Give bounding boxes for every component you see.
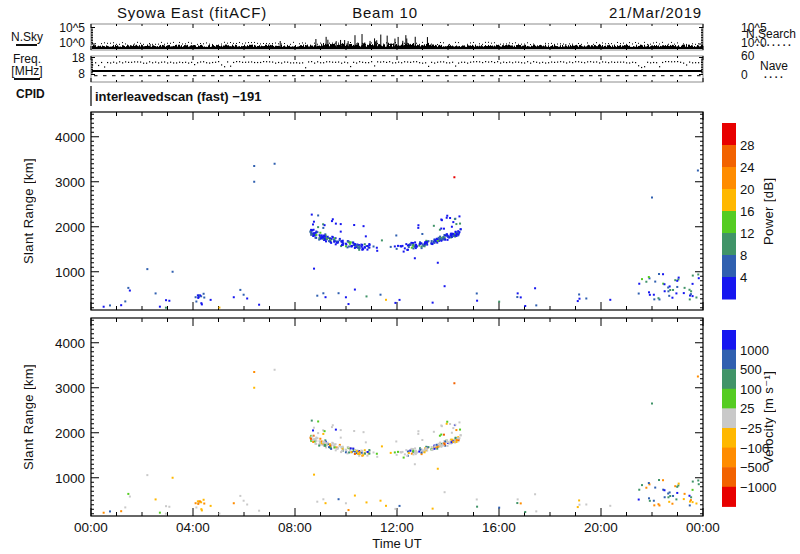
- x-axis-tick-label: 04:00: [163, 521, 223, 535]
- power-scatter: [103, 163, 700, 309]
- velocity-colorbar-tick-label: −500: [740, 461, 780, 474]
- velocity-colorbar-tick-label: 25: [740, 402, 780, 415]
- velocity-colorbar-tick-label: 500: [740, 363, 780, 376]
- x-axis-tick-label: 20:00: [571, 521, 631, 535]
- velocity-scatter: [103, 369, 700, 515]
- velocity-colorbar-tick-label: 1000: [740, 344, 780, 357]
- x-axis-tick-label: 00:00: [673, 521, 733, 535]
- velocity-colorbar-tick-label: −1000: [740, 481, 780, 494]
- power-y-tick-label: 1000: [38, 266, 85, 280]
- velocity-colorbar-tick-label: −25: [740, 422, 780, 435]
- x-axis-tick-label: 12:00: [367, 521, 427, 535]
- x-axis-tick-label: 08:00: [265, 521, 325, 535]
- nsky-trace: [92, 34, 703, 49]
- power-y-tick-label: 4000: [38, 131, 85, 145]
- power-y-tick-label: 2000: [38, 221, 85, 235]
- freq-trace: [92, 61, 702, 76]
- power-colorbar-tick-label: 16: [740, 205, 780, 218]
- plot-canvas: [0, 0, 800, 554]
- velocity-panel: [91, 318, 703, 516]
- power-colorbar-tick-label: 28: [740, 139, 780, 152]
- velocity-y-tick-label: 3000: [38, 382, 85, 396]
- x-axis-tick-label: 16:00: [469, 521, 529, 535]
- power-colorbar-tick-label: 20: [740, 183, 780, 196]
- power-y-tick-label: 3000: [38, 176, 85, 190]
- power-panel: [91, 112, 703, 310]
- power-colorbar-tick-label: 24: [740, 161, 780, 174]
- power-colorbar-tick-label: 4: [740, 271, 780, 284]
- velocity-y-tick-label: 2000: [38, 427, 85, 441]
- power-colorbar-tick-label: 12: [740, 227, 780, 240]
- velocity-y-tick-label: 1000: [38, 472, 85, 486]
- noise-strip-panels: [91, 24, 703, 106]
- x-axis-tick-label: 00:00: [61, 521, 121, 535]
- velocity-colorbar-tick-label: 100: [740, 383, 780, 396]
- velocity-colorbar: [722, 330, 736, 507]
- power-colorbar-tick-label: 8: [740, 249, 780, 262]
- superdarn-summary-plot: Syowa East (fitACF) Beam 10 21/Mar/2019 …: [0, 0, 800, 554]
- velocity-y-tick-label: 4000: [38, 337, 85, 351]
- power-colorbar: [722, 123, 736, 300]
- velocity-colorbar-tick-label: −100: [740, 442, 780, 455]
